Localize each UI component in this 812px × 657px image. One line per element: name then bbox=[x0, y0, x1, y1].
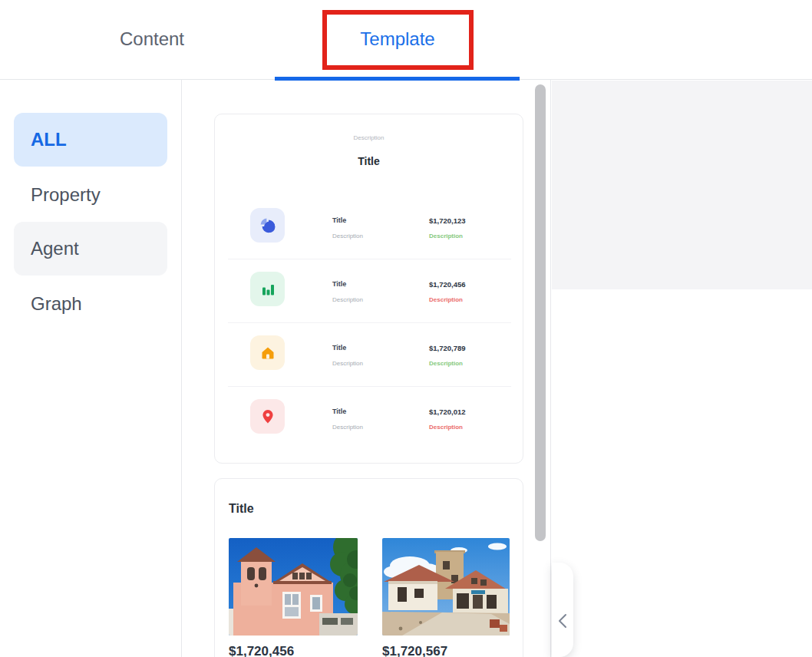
stat-row: Title Description $1,720,789 Description bbox=[250, 335, 511, 371]
stat-row-description: Description bbox=[332, 233, 363, 239]
bar-chart-icon bbox=[250, 272, 285, 306]
stat-row-title: Title bbox=[332, 344, 346, 352]
stat-row-note: Description bbox=[429, 424, 463, 431]
stat-row-value: $1,720,123 bbox=[429, 216, 466, 225]
stat-row-note: Description bbox=[429, 233, 463, 239]
preview-mode-toggle bbox=[551, 0, 812, 80]
stat-row-title: Title bbox=[332, 408, 346, 415]
stat-row: Title Description $1,720,012 Description bbox=[250, 399, 511, 434]
template-card-gallery[interactable]: Title bbox=[214, 478, 523, 657]
pie-chart-icon bbox=[250, 208, 285, 243]
stat-row-description: Description bbox=[332, 296, 363, 303]
top-bar: Content Template bbox=[0, 0, 812, 80]
preview-panel bbox=[552, 81, 812, 657]
sidebar-item-property[interactable]: Property bbox=[14, 168, 167, 222]
card-title: Title bbox=[215, 155, 523, 167]
sidebar-item-graph-label: Graph bbox=[31, 293, 82, 315]
panel-divider bbox=[550, 0, 551, 657]
stat-row-value: $1,720,012 bbox=[429, 408, 466, 416]
stat-row: Title Description $1,720,456 Description bbox=[250, 272, 511, 307]
stat-row-note: Description bbox=[429, 296, 463, 303]
tab-content[interactable]: Content bbox=[29, 0, 275, 78]
collapse-panel-button[interactable] bbox=[552, 563, 573, 657]
tab-content-label: Content bbox=[120, 28, 184, 50]
stat-row-description: Description bbox=[332, 424, 363, 431]
property-photo-stone-house[interactable] bbox=[382, 538, 510, 636]
template-list-panel: Description Title Title Description $1,7… bbox=[183, 80, 550, 657]
row-divider bbox=[228, 259, 511, 259]
stat-row-value: $1,720,789 bbox=[429, 344, 466, 352]
sidebar-item-property-label: Property bbox=[31, 184, 101, 206]
home-icon bbox=[250, 335, 285, 370]
sidebar-item-graph[interactable]: Graph bbox=[14, 277, 167, 331]
row-divider bbox=[228, 386, 511, 387]
tab-template-label: Template bbox=[360, 28, 434, 50]
property-photo-pink-villa[interactable] bbox=[229, 538, 358, 636]
sidebar-item-all[interactable]: ALL bbox=[14, 113, 167, 167]
stat-row-note: Description bbox=[429, 360, 463, 367]
sidebar-item-agent-label: Agent bbox=[31, 238, 79, 259]
stat-row: Title Description $1,720,123 Description bbox=[250, 208, 511, 243]
sidebar-item-agent[interactable]: Agent bbox=[14, 222, 167, 276]
category-sidebar: ALL Property Agent Graph bbox=[0, 80, 182, 657]
sidebar-item-all-label: ALL bbox=[31, 129, 67, 150]
stat-row-title: Title bbox=[332, 216, 346, 224]
property-price: $1,720,456 bbox=[229, 644, 294, 657]
preview-canvas-placeholder bbox=[552, 81, 812, 289]
row-divider bbox=[228, 322, 511, 323]
stat-row-title: Title bbox=[332, 280, 346, 288]
property-price: $1,720,567 bbox=[382, 644, 447, 657]
template-card-stats[interactable]: Description Title Title Description $1,7… bbox=[214, 114, 523, 464]
active-tab-underline bbox=[275, 77, 520, 81]
tab-template[interactable]: Template bbox=[275, 0, 520, 78]
card-eyebrow: Description bbox=[215, 134, 523, 141]
list-scrollbar-thumb[interactable] bbox=[535, 84, 546, 541]
map-pin-icon bbox=[250, 399, 285, 434]
gallery-card-title: Title bbox=[229, 502, 254, 516]
stat-row-value: $1,720,456 bbox=[429, 280, 466, 289]
stat-row-description: Description bbox=[332, 360, 363, 367]
